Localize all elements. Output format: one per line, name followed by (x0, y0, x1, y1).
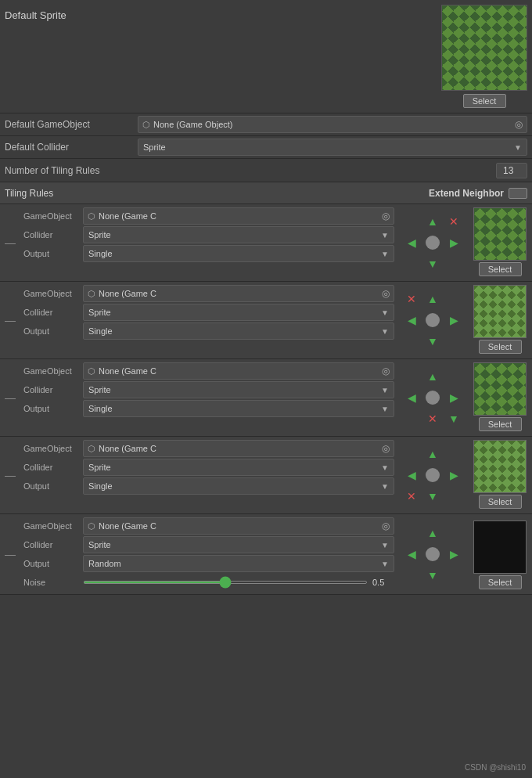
arrow-down[interactable]: ▼ (422, 486, 443, 506)
arrow-sw-x[interactable]: ✕ (401, 486, 422, 506)
arrow-right[interactable]: ▶ (444, 387, 464, 408)
rule-collider-dropdown[interactable]: Sprite ▼ (83, 536, 394, 553)
arrow-left[interactable]: ◀ (401, 544, 422, 564)
rule-noise-field: 0.5 (83, 578, 394, 587)
rule-target-icon[interactable]: ◎ (382, 520, 390, 531)
rule-arrow-grid: ▲ ◀ ▶ ▼ (397, 517, 468, 591)
rule-target-icon[interactable]: ◎ (382, 288, 390, 299)
rule-output-dropdown[interactable]: Single ▼ (83, 477, 394, 495)
arrow-center[interactable] (422, 544, 443, 564)
gameobject-icon: ⬡ (142, 120, 150, 130)
rule-collider-dropdown[interactable]: Sprite ▼ (83, 226, 394, 243)
rule-gameobject-input[interactable]: ⬡ None (Game C ◎ (83, 517, 394, 535)
rule-collider-field: Sprite ▼ (83, 459, 394, 476)
default-collider-row: Default Collider Sprite ▼ (0, 136, 532, 159)
rule-select-button[interactable]: Select (479, 417, 522, 431)
rule-thumb-area: Select (471, 207, 529, 278)
arrow-up[interactable]: ▲ (422, 444, 443, 464)
rule-collider-value: Sprite (88, 385, 378, 394)
arrow-se (444, 486, 464, 506)
rule-gameobject-field: ⬡ None (Game C ◎ (83, 440, 394, 457)
arrow-ne (444, 523, 464, 543)
default-collider-field[interactable]: Sprite ▼ (138, 139, 527, 156)
arrow-sw (401, 565, 422, 585)
arrow-left[interactable]: ◀ (401, 232, 422, 253)
rule-gameobject-input[interactable]: ⬡ None (Game C ◎ (83, 207, 394, 225)
rule-gameobject-input[interactable]: ⬡ None (Game C ◎ (83, 285, 394, 302)
rule-marker: — (3, 548, 17, 560)
rule-collider-arrow: ▼ (381, 308, 389, 317)
arrow-se-down[interactable]: ▼ (444, 409, 464, 429)
arrow-up[interactable]: ▲ (422, 289, 443, 309)
rule-gameobject-input[interactable]: ⬡ None (Game C ◎ (83, 440, 394, 457)
rule-select-button[interactable]: Select (479, 262, 522, 276)
rule-gameobject-row: GameObject ⬡ None (Game C ◎ (20, 285, 394, 302)
rule-output-dropdown[interactable]: Single ▼ (83, 400, 394, 417)
rule-gameobj-icon: ⬡ (88, 211, 95, 222)
rule-thumbnail (473, 440, 527, 493)
arrow-s-x[interactable]: ✕ (422, 409, 443, 429)
arrow-right[interactable]: ▶ (444, 465, 464, 485)
rule-target-icon[interactable]: ◎ (382, 443, 390, 454)
rule-thumbnail (473, 207, 527, 261)
rule-collider-dropdown[interactable]: Sprite ▼ (83, 304, 394, 321)
rule-thumbnail (473, 285, 527, 338)
arrow-down[interactable]: ▼ (422, 331, 443, 351)
rule-output-dropdown[interactable]: Single ▼ (83, 322, 394, 340)
rule-output-dropdown[interactable]: Random ▼ (83, 555, 394, 572)
rule-output-row: Output Single ▼ (20, 477, 394, 495)
rule-collider-value: Sprite (88, 308, 378, 317)
arrow-nw (401, 366, 422, 387)
arrow-right[interactable]: ▶ (444, 232, 464, 253)
rule-thumbnail (473, 520, 527, 574)
rule-collider-dropdown[interactable]: Sprite ▼ (83, 381, 394, 398)
arrow-left[interactable]: ◀ (401, 387, 422, 408)
rule-collider-dropdown[interactable]: Sprite ▼ (83, 459, 394, 476)
arrow-left[interactable]: ◀ (401, 310, 422, 330)
rule-collider-label: Collider (20, 540, 83, 549)
rule-thumbnail (473, 362, 527, 416)
arrow-center[interactable] (422, 387, 443, 408)
sprite-preview-area: Select (441, 5, 527, 108)
arrow-up[interactable]: ▲ (422, 523, 443, 543)
arrow-down[interactable]: ▼ (422, 565, 443, 585)
rule-select-button[interactable]: Select (479, 340, 522, 354)
rule-target-icon[interactable]: ◎ (382, 366, 390, 376)
arrow-ne-x[interactable]: ✕ (444, 211, 464, 232)
default-gameobject-field[interactable]: ⬡ None (Game Object) ◎ (138, 116, 527, 133)
rule-output-label: Output (20, 249, 83, 258)
target-icon[interactable]: ◎ (515, 119, 523, 130)
arrow-up[interactable]: ▲ (422, 366, 443, 387)
rule-gameobject-field: ⬡ None (Game C ◎ (83, 285, 394, 302)
rule-gameobject-row: GameObject ⬡ None (Game C ◎ (20, 207, 394, 225)
arrow-sw (401, 254, 422, 274)
num-tiling-rules-value[interactable]: 13 (496, 163, 527, 178)
arrow-center[interactable] (422, 232, 443, 253)
rule-gameobject-row: GameObject ⬡ None (Game C ◎ (20, 440, 394, 457)
rule-item: — GameObject ⬡ None (Game C ◎ Collider (0, 204, 532, 282)
arrow-center[interactable] (422, 465, 443, 485)
extend-neighbor-toggle[interactable] (509, 188, 527, 199)
noise-slider[interactable] (83, 581, 368, 584)
default-gameobject-label: Default GameObject (5, 119, 138, 130)
rule-output-row: Output Single ▼ (20, 322, 394, 340)
rule-collider-field: Sprite ▼ (83, 536, 394, 553)
rule-target-icon[interactable]: ◎ (382, 211, 390, 222)
arrow-right[interactable]: ▶ (444, 544, 464, 564)
rule-output-dropdown[interactable]: Single ▼ (83, 245, 394, 262)
rule-gameobj-icon: ⬡ (88, 366, 95, 376)
arrow-down[interactable]: ▼ (422, 254, 443, 274)
rule-select-button[interactable]: Select (479, 575, 522, 589)
default-sprite-select-button[interactable]: Select (463, 94, 506, 108)
arrow-up[interactable]: ▲ (422, 211, 443, 232)
rule-select-button[interactable]: Select (479, 495, 522, 509)
sprite-thumbnail (441, 5, 527, 91)
arrow-nw-x[interactable]: ✕ (401, 289, 422, 309)
rule-gameobject-input[interactable]: ⬡ None (Game C ◎ (83, 362, 394, 380)
arrow-left[interactable]: ◀ (401, 465, 422, 485)
rule-arrow-grid: ▲ ✕ ◀ ▶ ▼ (397, 207, 468, 278)
rule-item: — GameObject ⬡ None (Game C ◎ Collider (0, 282, 532, 359)
rule-arrow-grid: ▲ ◀ ▶ ✕ ▼ (397, 362, 468, 433)
arrow-right[interactable]: ▶ (444, 310, 464, 330)
arrow-center[interactable] (422, 310, 443, 330)
